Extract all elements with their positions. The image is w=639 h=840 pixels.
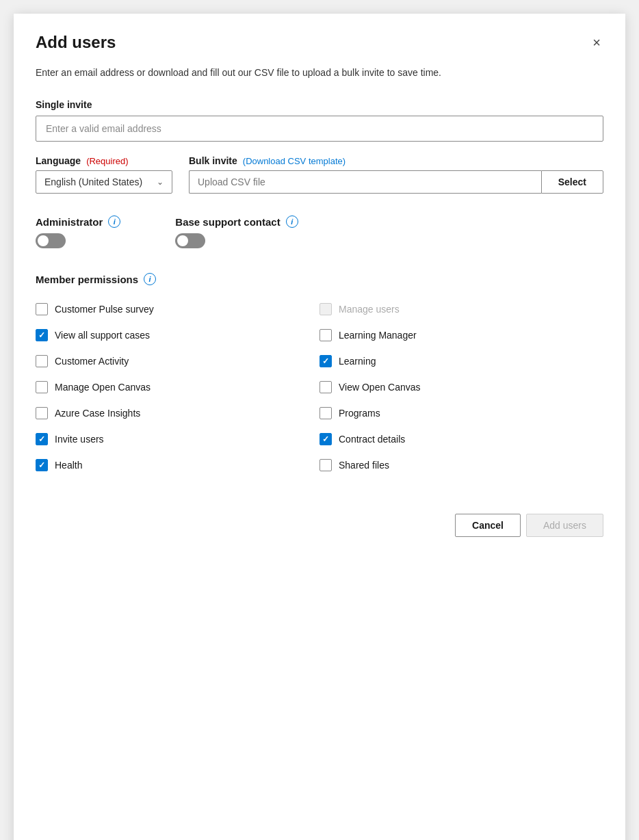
- permission-item-learning[interactable]: Learning: [320, 348, 603, 374]
- permission-label-invite-users: Invite users: [55, 434, 104, 445]
- checkbox-learning-manager[interactable]: [320, 329, 332, 341]
- bulk-invite-label: Bulk invite: [189, 155, 237, 166]
- permission-label-contract-details: Contract details: [339, 434, 405, 445]
- checkbox-customer-pulse[interactable]: [36, 303, 48, 315]
- permission-label-shared-files: Shared files: [339, 460, 389, 471]
- language-bulk-row: Language (Required) English (United Stat…: [36, 155, 603, 194]
- checkbox-programs[interactable]: [320, 407, 332, 419]
- permissions-title: Member permissions: [36, 274, 138, 285]
- permission-label-view-all-support: View all support cases: [55, 330, 150, 341]
- permission-item-health[interactable]: Health: [36, 452, 320, 478]
- permissions-title-row: Member permissions i: [36, 273, 603, 285]
- permission-item-manage-users: Manage users: [320, 296, 603, 322]
- checkbox-invite-users[interactable]: [36, 433, 48, 445]
- bulk-label-row: Bulk invite (Download CSV template): [189, 155, 603, 166]
- permission-label-customer-activity: Customer Activity: [55, 356, 129, 367]
- dialog-header: Add users ×: [36, 33, 603, 52]
- permission-label-learning-manager: Learning Manager: [339, 330, 417, 341]
- checkbox-azure-case-insights[interactable]: [36, 407, 48, 419]
- permission-label-manage-users: Manage users: [339, 304, 400, 315]
- administrator-label-row: Administrator i: [36, 215, 120, 228]
- bulk-upload-row: Select: [189, 170, 603, 194]
- administrator-label: Administrator: [36, 216, 103, 228]
- permission-item-programs[interactable]: Programs: [320, 400, 603, 426]
- language-label: Language: [36, 155, 81, 166]
- download-csv-link[interactable]: (Download CSV template): [243, 156, 345, 166]
- permission-label-azure-case-insights: Azure Case Insights: [55, 408, 140, 419]
- dialog-footer: Cancel Add users: [36, 503, 603, 537]
- permission-item-view-all-support[interactable]: View all support cases: [36, 322, 320, 348]
- checkbox-customer-activity[interactable]: [36, 355, 48, 367]
- administrator-toggle-group: Administrator i: [36, 215, 120, 248]
- checkbox-view-all-support[interactable]: [36, 329, 48, 341]
- checkbox-contract-details[interactable]: [320, 433, 332, 445]
- administrator-toggle[interactable]: [36, 233, 66, 248]
- language-field-group: Language (Required) English (United Stat…: [36, 155, 172, 194]
- permission-label-manage-open-canvas: Manage Open Canvas: [55, 382, 151, 393]
- checkbox-manage-open-canvas[interactable]: [36, 381, 48, 393]
- permissions-info-icon[interactable]: i: [144, 273, 156, 285]
- permission-item-customer-pulse[interactable]: Customer Pulse survey: [36, 296, 320, 322]
- dialog-description: Enter an email address or download and f…: [36, 66, 603, 80]
- permissions-section: Member permissions i Customer Pulse surv…: [36, 273, 603, 478]
- toggle-section: Administrator i Base support contact i: [36, 215, 603, 248]
- chevron-down-icon: ⌄: [157, 177, 164, 187]
- checkbox-health[interactable]: [36, 459, 48, 471]
- base-support-toggle[interactable]: [175, 233, 205, 248]
- permission-label-view-open-canvas: View Open Canvas: [339, 382, 421, 393]
- upload-csv-input[interactable]: [189, 170, 541, 194]
- required-text: (Required): [86, 156, 128, 166]
- email-input[interactable]: [36, 116, 603, 142]
- permission-item-manage-open-canvas[interactable]: Manage Open Canvas: [36, 374, 320, 400]
- checkbox-shared-files[interactable]: [320, 459, 332, 471]
- base-support-toggle-group: Base support contact i: [175, 215, 298, 248]
- permission-label-health: Health: [55, 460, 82, 471]
- dialog-title: Add users: [36, 33, 116, 52]
- language-value: English (United States): [44, 176, 142, 187]
- permission-item-customer-activity[interactable]: Customer Activity: [36, 348, 320, 374]
- permission-item-invite-users[interactable]: Invite users: [36, 426, 320, 452]
- checkbox-manage-users: [320, 303, 332, 315]
- permission-item-learning-manager[interactable]: Learning Manager: [320, 322, 603, 348]
- base-support-label: Base support contact: [175, 216, 280, 228]
- checkbox-learning[interactable]: [320, 355, 332, 367]
- language-dropdown[interactable]: English (United States) ⌄: [36, 170, 172, 194]
- permission-item-view-open-canvas[interactable]: View Open Canvas: [320, 374, 603, 400]
- close-button[interactable]: ×: [590, 33, 603, 52]
- permission-label-customer-pulse: Customer Pulse survey: [55, 304, 154, 315]
- add-users-dialog: Add users × Enter an email address or do…: [14, 14, 625, 840]
- base-support-info-icon[interactable]: i: [286, 215, 298, 228]
- permission-label-programs: Programs: [339, 408, 380, 419]
- permissions-grid: Customer Pulse surveyManage usersView al…: [36, 296, 603, 478]
- administrator-info-icon[interactable]: i: [108, 215, 120, 228]
- permission-item-azure-case-insights[interactable]: Azure Case Insights: [36, 400, 320, 426]
- language-label-row: Language (Required): [36, 155, 172, 166]
- add-users-button: Add users: [526, 514, 603, 537]
- select-button[interactable]: Select: [541, 170, 603, 194]
- checkbox-view-open-canvas[interactable]: [320, 381, 332, 393]
- bulk-invite-field-group: Bulk invite (Download CSV template) Sele…: [189, 155, 603, 194]
- single-invite-label: Single invite: [36, 99, 603, 110]
- permission-label-learning: Learning: [339, 356, 376, 367]
- cancel-button[interactable]: Cancel: [455, 514, 521, 537]
- permission-item-shared-files[interactable]: Shared files: [320, 452, 603, 478]
- permission-item-contract-details[interactable]: Contract details: [320, 426, 603, 452]
- base-support-label-row: Base support contact i: [175, 215, 298, 228]
